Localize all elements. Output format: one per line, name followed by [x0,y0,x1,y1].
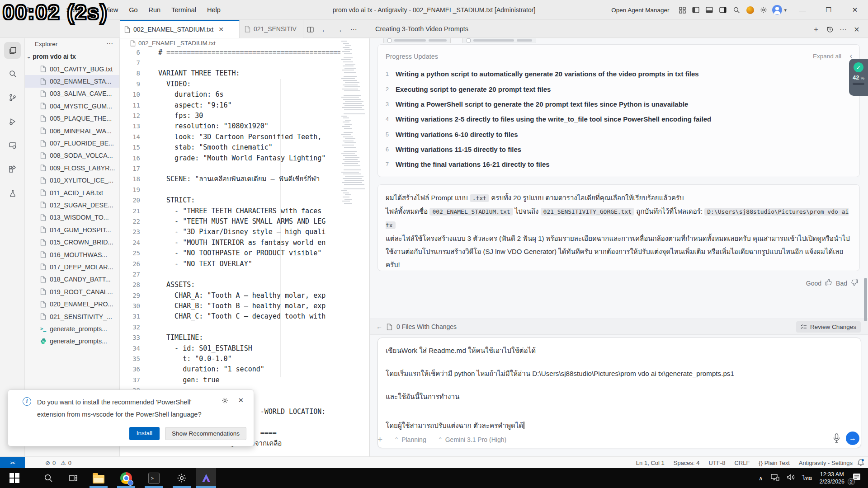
panel-more-icon[interactable]: ⋯ [837,23,849,35]
panel-close-icon[interactable]: ✕ [851,23,863,35]
file-item[interactable]: 005_PLAQUE_THE... [25,113,120,125]
file-item[interactable]: generate_prompts... [25,335,120,347]
history-icon[interactable] [824,23,835,35]
code-area[interactable]: 6# =====================================… [120,47,340,449]
status-item[interactable]: Spaces: 4 [674,460,700,466]
search-icon[interactable] [730,4,743,16]
chevron-down-icon[interactable]: ▾ [784,7,787,13]
thumb-up-icon[interactable] [825,279,832,287]
file-item[interactable]: 020_ENAMEL_PRO... [25,298,120,310]
expand-all-link[interactable]: Expand all [813,53,841,60]
file-item[interactable]: 007_FLUORIDE_BE... [25,137,120,149]
test-flask-icon[interactable] [4,185,21,202]
settings-gear-icon[interactable] [172,468,192,488]
status-item[interactable]: CRLF [734,460,750,466]
start-button-icon[interactable] [5,468,24,488]
explorer-more-icon[interactable]: ⋯ [106,39,113,47]
file-item[interactable]: >_generate_prompts... [25,323,120,335]
split-editor-icon[interactable] [304,23,316,35]
mode-selector[interactable]: ⌃ Planning [394,436,426,443]
progress-item[interactable]: 6Writing variations 11-15 directly to fi… [378,142,859,157]
install-button[interactable]: Install [129,427,160,440]
file-item[interactable]: 016_MOUTHWAS... [25,249,120,261]
toggle-left-sidebar-icon[interactable] [689,4,702,16]
remote-indicator[interactable]: >< [0,457,25,469]
tab-021-sensitivity[interactable]: 021_SENSITIV [240,20,303,38]
menu-terminal[interactable]: Terminal [167,5,201,15]
user-avatar[interactable] [771,4,783,16]
network-icon[interactable] [770,473,779,483]
file-item[interactable]: 013_WISDOM_TO... [25,211,120,224]
review-changes-button[interactable]: Review Changes [796,321,861,333]
clock[interactable]: 12:33 AM 2/23/2026 [819,471,844,485]
file-item[interactable]: 017_DEEP_MOLAR... [25,261,120,273]
run-debug-icon[interactable] [4,113,21,130]
panel-scrollbar[interactable] [864,278,867,321]
editor-more-actions-icon[interactable]: ⋯ [348,23,359,35]
menu-run[interactable]: Run [144,5,165,15]
nav-forward-icon[interactable]: → [333,23,345,35]
nav-back-icon[interactable]: ← [319,23,330,35]
file-item[interactable]: 010_XYLITOL_ICE_... [25,174,120,187]
minimize-button[interactable]: — [789,0,816,20]
microphone-icon[interactable] [833,433,840,445]
tree-root-folder[interactable]: ⌄ prom vdo ai tx [27,53,76,60]
notification-bell-icon[interactable] [857,459,864,468]
explorer-icon[interactable] [4,42,21,59]
progress-item[interactable]: 2Executing script to generate 20 prompt … [378,81,859,96]
taskbar-search-icon[interactable] [38,468,58,488]
status-item[interactable]: Antigravity - Settings [799,460,853,466]
keyboard-language[interactable]: ไทย [802,474,812,483]
chrome-icon[interactable] [116,468,136,488]
quota-widget[interactable]: ✓ 42 % [849,59,868,96]
send-button[interactable]: → [846,432,859,445]
status-item[interactable]: Ln 1, Col 1 [636,460,665,466]
progress-item[interactable]: 3Writing a PowerShell script to generate… [378,97,859,112]
maximize-button[interactable]: ☐ [816,0,842,20]
back-arrow-icon[interactable]: ← [376,323,382,330]
settings-gear-icon[interactable] [757,4,770,16]
extensions-icon[interactable] [4,161,21,178]
file-explorer-icon[interactable] [89,468,108,488]
antigravity-icon[interactable] [196,468,216,488]
file-item[interactable]: 001_CAVITY_BUG.txt [25,63,120,75]
file-item[interactable]: 002_ENAMEL_STA... [25,75,120,87]
minimap[interactable] [340,41,367,221]
bad-label[interactable]: Bad [836,280,847,287]
progress-item[interactable]: 4Writing variations 2-5 directly to file… [378,112,859,127]
model-selector[interactable]: ⌃ Gemini 3.1 Pro (High) [438,436,506,443]
menu-go[interactable]: Go [124,5,142,15]
file-item[interactable]: 021_SENSITIVITY_... [25,310,120,323]
new-thread-icon[interactable]: ＋ [810,23,822,35]
file-item[interactable]: 009_FLOSS_LABYR... [25,162,120,174]
toggle-bottom-panel-icon[interactable] [703,4,716,16]
remote-explorer-icon[interactable] [4,137,21,154]
toast-gear-icon[interactable] [222,397,228,406]
file-item[interactable]: 014_GUM_HOSPIT... [25,224,120,236]
agent-thread-title[interactable]: Creating 3-Tooth Video Prompts [375,20,468,38]
problems-indicator[interactable]: ⊘0 ⚠0 [45,457,71,469]
file-item[interactable]: 012_SUGAR_DESE... [25,199,120,211]
toast-close-icon[interactable]: ✕ [238,396,244,404]
file-item[interactable]: 011_ACID_LAB.txt [25,187,120,199]
file-item[interactable]: 004_MYSTIC_GUM... [25,100,120,112]
progress-item[interactable]: 5Writing variations 6-10 directly to fil… [378,127,859,142]
thumb-down-icon[interactable] [851,279,858,287]
close-button[interactable]: ✕ [842,0,868,20]
file-item[interactable]: 006_MINERAL_WA... [25,125,120,137]
account-status-icon[interactable] [744,4,756,16]
file-item[interactable]: 003_SALIVA_CAVE... [25,88,120,100]
progress-item[interactable]: 1Writing a python script to automaticall… [378,66,859,81]
file-item[interactable]: 008_SODA_VOLCA... [25,150,120,162]
file-item[interactable]: 015_CROWN_BRID... [25,236,120,248]
good-label[interactable]: Good [806,280,821,287]
file-item[interactable]: 019_ROOT_CANAL... [25,286,120,298]
status-item[interactable]: {} Plain Text [759,460,789,466]
menu-help[interactable]: Help [203,5,225,15]
tab-close-icon[interactable]: ✕ [218,26,224,33]
volume-icon[interactable] [787,474,795,483]
terminal-icon[interactable]: >_ [144,468,164,488]
search-icon[interactable] [4,65,21,82]
hidden-icons-chevron[interactable]: ∧ [759,475,763,482]
agent-manager-grid-icon[interactable] [676,4,689,16]
